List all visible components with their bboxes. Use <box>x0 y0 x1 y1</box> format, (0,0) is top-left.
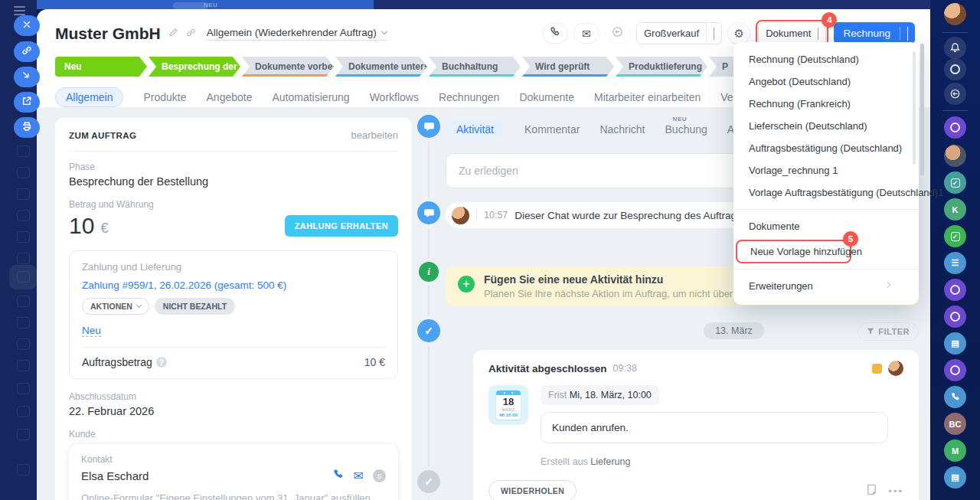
stage-besprechung[interactable]: Besprechung der Bes... <box>149 57 240 77</box>
edit-title-icon[interactable] <box>168 27 178 41</box>
menu-item-dokumente[interactable]: Dokumente <box>733 215 919 237</box>
camera-icon[interactable] <box>17 406 30 417</box>
activity-note[interactable]: Kunden anrufen. <box>541 412 888 443</box>
call-button[interactable] <box>542 23 568 44</box>
menu-item-neue-vorlage[interactable]: Neue Vorlage hinzufügen <box>737 241 850 262</box>
collapse-button[interactable] <box>14 67 40 87</box>
wallet-icon[interactable] <box>17 188 30 200</box>
app-spiral-icon[interactable] <box>944 306 966 328</box>
link-icon[interactable] <box>186 27 196 41</box>
tab-automatisierung[interactable]: Automatisierung <box>272 91 349 103</box>
mail-button[interactable]: ✉ <box>573 23 599 44</box>
menu-item-auftragsbestaetigung-de[interactable]: Auftragsbestätigung (Deutschland) <box>733 137 919 159</box>
actions-dropdown-button[interactable]: AKTIONEN <box>82 298 149 315</box>
contact-note[interactable]: Online-Formular "Eigene Einstellungen vo… <box>81 492 386 500</box>
phone-icon <box>549 26 560 41</box>
chat-icon[interactable] <box>17 271 30 283</box>
feed-tab-kommentar[interactable]: Kommentar <box>524 123 580 136</box>
pipeline-selector[interactable]: Allgemein (Wiederkehrender Auftrag) <box>207 27 387 41</box>
menu-item-angebot-de[interactable]: Angebot (Deutschland) <box>733 70 919 93</box>
stage-produktlieferung[interactable]: Produktlieferung <box>616 57 707 77</box>
payment-link[interactable]: Zahlung #959/1, 26.02.2026 (gesamt: 500 … <box>82 279 385 291</box>
file-icon[interactable] <box>17 383 30 394</box>
tab-rechnungen[interactable]: Rechnungen <box>439 91 499 103</box>
feed-tab-buchung[interactable]: NEU Buchung <box>665 123 707 136</box>
user-avatar[interactable] <box>944 3 966 25</box>
service-icon[interactable]: S <box>373 469 386 482</box>
calendar-icon[interactable] <box>17 167 30 178</box>
print-button[interactable] <box>14 117 40 138</box>
mail-icon[interactable] <box>17 253 30 264</box>
notifications-bell-icon[interactable] <box>944 37 966 59</box>
page-scrollbar[interactable] <box>920 44 924 175</box>
dropdown-scrollbar[interactable] <box>913 51 916 165</box>
tasks-check-icon[interactable]: ✓ <box>944 172 966 194</box>
phone-icon[interactable] <box>332 468 345 484</box>
invoice-split-button[interactable]: Rechnung <box>834 22 915 44</box>
checkbox-icon[interactable] <box>17 231 30 243</box>
id-card-icon[interactable] <box>17 429 30 440</box>
screen-icon[interactable] <box>17 210 30 221</box>
payment-received-button[interactable]: ZAHLUNG ERHALTEN <box>285 215 398 237</box>
stage-dokumente-vorbereiten[interactable]: Dokumente vorbereit... <box>242 57 334 77</box>
settings-button[interactable]: ⚙ <box>727 22 750 44</box>
copy-link-button[interactable] <box>14 41 40 62</box>
stage-buchhaltung[interactable]: Buchhaltung <box>429 57 521 77</box>
more-options-icon[interactable]: ••• <box>888 485 903 497</box>
phone-icon[interactable] <box>944 386 966 408</box>
tab-allgemein[interactable]: Allgemein <box>55 87 123 107</box>
tasks-check-green-icon[interactable]: ✓ <box>944 225 966 247</box>
open-external-button[interactable] <box>14 92 40 113</box>
tab-angebote[interactable]: Angebote <box>207 91 253 103</box>
menu-item-erweiterungen[interactable]: Erweiterungen <box>733 275 919 297</box>
menu-item-lieferschein-de[interactable]: Lieferschein (Deutschland) <box>733 115 919 137</box>
chat-return-icon[interactable] <box>944 83 966 105</box>
pencil-icon[interactable] <box>17 296 30 307</box>
tab-produkte[interactable]: Produkte <box>143 91 186 103</box>
sale-type-select[interactable]: Großverkauf <box>636 22 722 44</box>
stage-wird-geprueft[interactable]: Wird geprüft <box>522 57 614 77</box>
tab-workflows[interactable]: Workflows <box>370 91 419 103</box>
safe-icon[interactable] <box>17 317 30 328</box>
edit-link[interactable]: bearbeiten <box>351 129 398 141</box>
copy-icon[interactable] <box>17 145 30 157</box>
feed-tab-nachricht[interactable]: Nachricht <box>599 123 645 136</box>
teammate-avatar[interactable] <box>944 145 966 167</box>
repeat-button[interactable]: WIEDERHOLEN <box>488 480 577 500</box>
order-panel: ZUM AUFTRAG bearbeiten Phase Besprechung… <box>55 118 412 500</box>
contact-name[interactable]: Elsa Eschard <box>81 469 149 482</box>
user-m-avatar[interactable]: M <box>944 440 966 462</box>
menu-item-vorlage-auftragsbestaetigung[interactable]: Vorlage Auftragsbestätigung (Deutschland… <box>733 181 919 204</box>
id-card-icon[interactable]: ▤ <box>944 332 966 355</box>
filter-button[interactable]: FILTER <box>858 322 919 341</box>
layers-icon[interactable] <box>17 338 30 350</box>
chat-lines-icon[interactable]: ☰ <box>944 252 966 274</box>
menu-item-rechnung-fr[interactable]: Rechnung (Frankreich) <box>733 93 919 115</box>
help-icon[interactable]: ? <box>156 357 167 368</box>
spiral-logo-icon[interactable] <box>944 58 966 80</box>
stage-neu[interactable]: Neu <box>55 57 147 77</box>
mail-icon[interactable]: ✉ <box>354 469 364 483</box>
id-card-icon[interactable]: ▤ <box>944 466 966 489</box>
app-spiral-icon[interactable] <box>944 116 966 139</box>
new-payment-link[interactable]: Neu <box>82 325 101 337</box>
user-k-avatar[interactable]: K <box>944 198 966 221</box>
app-spiral-icon[interactable] <box>944 359 966 381</box>
created-from-value[interactable]: Lieferung <box>590 456 630 467</box>
cart-icon[interactable] <box>17 360 30 371</box>
document-dropdown-button[interactable]: Dokument <box>758 22 826 44</box>
stage-dokumente-unterschreiben[interactable]: Dokumente untersch... <box>335 57 427 77</box>
menu-item-rechnung-de[interactable]: Rechnung (Deutschland) <box>733 48 919 70</box>
feed-tab-aktivitaet[interactable]: Aktivität <box>446 119 505 139</box>
tab-dokumente[interactable]: Dokumente <box>519 91 574 103</box>
close-button[interactable] <box>14 15 40 36</box>
menu-item-vorlage-rechnung-1[interactable]: Vorlage_rechnung 1 <box>733 159 919 181</box>
user-bc-avatar[interactable]: BC <box>944 413 966 435</box>
app-spiral-icon[interactable] <box>944 279 966 301</box>
gear-icon[interactable] <box>17 464 30 475</box>
tab-mitarbeiter-einarbeiten[interactable]: Mitarbeiter einarbeiten <box>594 91 701 103</box>
plus-icon[interactable]: + <box>458 276 475 292</box>
chat-reply-button-disabled[interactable] <box>605 23 631 44</box>
note-icon[interactable] <box>866 483 877 499</box>
order-amount-label: Auftragsbetrag <box>82 356 152 368</box>
